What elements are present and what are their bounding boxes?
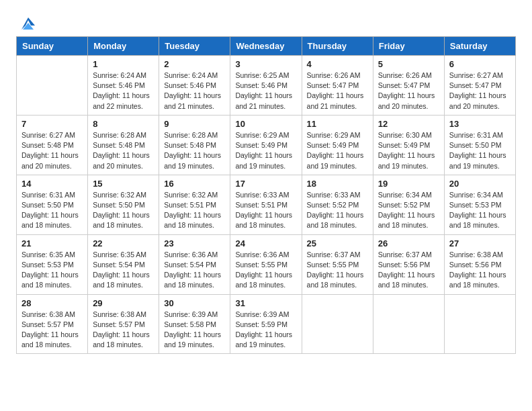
cell-sunset: Sunset: 5:46 PM <box>93 81 145 89</box>
cell-sunrise: Sunrise: 6:35 AM <box>93 250 146 259</box>
cell-info: Sunrise: 6:33 AM Sunset: 5:52 PM Dayligh… <box>307 190 368 231</box>
cell-sunrise: Sunrise: 6:39 AM <box>164 310 218 318</box>
cell-date: 12 <box>378 119 439 129</box>
cell-date: 8 <box>93 119 154 129</box>
cell-sunset: Sunset: 5:48 PM <box>164 141 216 149</box>
cell-info: Sunrise: 6:27 AM Sunset: 5:47 PM Dayligh… <box>449 71 511 111</box>
cell-info: Sunrise: 6:29 AM Sunset: 5:49 PM Dayligh… <box>307 130 368 171</box>
cell-date: 10 <box>235 119 296 129</box>
cell-date: 22 <box>93 238 154 248</box>
calendar-cell: 28 Sunrise: 6:38 AM Sunset: 5:57 PM Dayl… <box>17 294 88 354</box>
cell-daylight: Daylight: 11 hours and 21 minutes. <box>307 91 364 109</box>
cell-sunset: Sunset: 5:50 PM <box>93 201 145 209</box>
cell-sunrise: Sunrise: 6:30 AM <box>378 131 432 139</box>
cell-daylight: Daylight: 11 hours and 22 minutes. <box>93 91 150 109</box>
cell-sunrise: Sunrise: 6:36 AM <box>164 250 218 259</box>
cell-info: Sunrise: 6:31 AM Sunset: 5:50 PM Dayligh… <box>449 130 511 171</box>
calendar-cell: 29 Sunrise: 6:38 AM Sunset: 5:57 PM Dayl… <box>88 294 159 354</box>
calendar-cell: 20 Sunrise: 6:34 AM Sunset: 5:53 PM Dayl… <box>444 175 515 234</box>
calendar-cell: 18 Sunrise: 6:33 AM Sunset: 5:52 PM Dayl… <box>302 175 373 234</box>
calendar-table: SundayMondayTuesdayWednesdayThursdayFrid… <box>16 36 516 354</box>
cell-daylight: Daylight: 11 hours and 20 minutes. <box>449 91 506 109</box>
cell-info: Sunrise: 6:38 AM Sunset: 5:57 PM Dayligh… <box>21 310 83 351</box>
cell-info: Sunrise: 6:28 AM Sunset: 5:48 PM Dayligh… <box>93 130 154 171</box>
cell-daylight: Daylight: 11 hours and 18 minutes. <box>93 271 150 289</box>
calendar-header-row: SundayMondayTuesdayWednesdayThursdayFrid… <box>17 37 516 56</box>
cell-sunset: Sunset: 5:58 PM <box>164 320 216 328</box>
cell-sunset: Sunset: 5:47 PM <box>307 81 359 89</box>
cell-daylight: Daylight: 11 hours and 18 minutes. <box>164 271 221 289</box>
cell-sunset: Sunset: 5:56 PM <box>378 261 431 269</box>
cell-sunset: Sunset: 5:47 PM <box>378 81 431 89</box>
cell-daylight: Daylight: 11 hours and 21 minutes. <box>235 91 292 109</box>
cell-info: Sunrise: 6:39 AM Sunset: 5:58 PM Dayligh… <box>164 310 225 351</box>
cell-date: 11 <box>307 119 368 129</box>
calendar-cell: 12 Sunrise: 6:30 AM Sunset: 5:49 PM Dayl… <box>373 115 444 175</box>
calendar-week-5: 28 Sunrise: 6:38 AM Sunset: 5:57 PM Dayl… <box>17 294 516 354</box>
cell-info: Sunrise: 6:37 AM Sunset: 5:55 PM Dayligh… <box>307 250 368 291</box>
cell-daylight: Daylight: 11 hours and 18 minutes. <box>235 211 292 229</box>
cell-sunset: Sunset: 5:51 PM <box>235 201 287 209</box>
day-header-monday: Monday <box>88 37 159 56</box>
cell-sunrise: Sunrise: 6:32 AM <box>164 191 218 199</box>
cell-sunset: Sunset: 5:53 PM <box>449 201 502 209</box>
cell-info: Sunrise: 6:26 AM Sunset: 5:47 PM Dayligh… <box>378 71 439 111</box>
calendar-cell: 9 Sunrise: 6:28 AM Sunset: 5:48 PM Dayli… <box>159 115 230 175</box>
cell-daylight: Daylight: 11 hours and 19 minutes. <box>235 330 292 349</box>
day-header-wednesday: Wednesday <box>230 37 302 56</box>
cell-sunset: Sunset: 5:48 PM <box>93 141 145 149</box>
cell-info: Sunrise: 6:25 AM Sunset: 5:46 PM Dayligh… <box>235 71 296 111</box>
calendar-cell <box>444 294 515 354</box>
cell-daylight: Daylight: 11 hours and 19 minutes. <box>164 330 221 349</box>
cell-info: Sunrise: 6:37 AM Sunset: 5:56 PM Dayligh… <box>378 250 439 291</box>
cell-daylight: Daylight: 11 hours and 18 minutes. <box>93 211 150 229</box>
cell-info: Sunrise: 6:35 AM Sunset: 5:54 PM Dayligh… <box>93 250 154 291</box>
cell-sunset: Sunset: 5:57 PM <box>93 320 145 328</box>
calendar-cell: 24 Sunrise: 6:36 AM Sunset: 5:55 PM Dayl… <box>230 234 302 294</box>
cell-sunset: Sunset: 5:55 PM <box>235 261 287 269</box>
cell-sunrise: Sunrise: 6:31 AM <box>21 191 75 199</box>
cell-date: 24 <box>235 238 296 248</box>
cell-sunset: Sunset: 5:57 PM <box>21 320 74 328</box>
cell-sunrise: Sunrise: 6:24 AM <box>164 71 218 79</box>
cell-sunrise: Sunrise: 6:33 AM <box>307 191 361 199</box>
cell-daylight: Daylight: 11 hours and 18 minutes. <box>449 271 506 289</box>
cell-sunrise: Sunrise: 6:34 AM <box>449 191 503 199</box>
cell-daylight: Daylight: 11 hours and 18 minutes. <box>93 330 150 349</box>
cell-info: Sunrise: 6:24 AM Sunset: 5:46 PM Dayligh… <box>164 71 225 111</box>
logo <box>16 13 38 32</box>
cell-info: Sunrise: 6:29 AM Sunset: 5:49 PM Dayligh… <box>235 130 296 171</box>
calendar-cell: 13 Sunrise: 6:31 AM Sunset: 5:50 PM Dayl… <box>444 115 515 175</box>
cell-sunset: Sunset: 5:46 PM <box>164 81 216 89</box>
cell-date: 23 <box>164 238 225 248</box>
cell-date: 17 <box>235 179 296 189</box>
calendar-cell: 16 Sunrise: 6:32 AM Sunset: 5:51 PM Dayl… <box>159 175 230 234</box>
cell-date: 25 <box>307 238 368 248</box>
cell-daylight: Daylight: 11 hours and 18 minutes. <box>449 211 506 229</box>
calendar-week-1: 1 Sunrise: 6:24 AM Sunset: 5:46 PM Dayli… <box>17 56 516 116</box>
day-header-friday: Friday <box>373 37 444 56</box>
cell-sunset: Sunset: 5:48 PM <box>21 141 74 149</box>
cell-date: 27 <box>449 238 511 248</box>
calendar-cell: 30 Sunrise: 6:39 AM Sunset: 5:58 PM Dayl… <box>159 294 230 354</box>
cell-daylight: Daylight: 11 hours and 20 minutes. <box>378 91 435 109</box>
cell-sunrise: Sunrise: 6:26 AM <box>307 71 361 79</box>
cell-sunrise: Sunrise: 6:28 AM <box>93 131 146 139</box>
cell-sunrise: Sunrise: 6:29 AM <box>235 131 289 139</box>
cell-info: Sunrise: 6:30 AM Sunset: 5:49 PM Dayligh… <box>378 130 439 171</box>
cell-info: Sunrise: 6:38 AM Sunset: 5:56 PM Dayligh… <box>449 250 511 291</box>
calendar-cell: 2 Sunrise: 6:24 AM Sunset: 5:46 PM Dayli… <box>159 56 230 116</box>
cell-daylight: Daylight: 11 hours and 18 minutes. <box>21 330 79 349</box>
cell-date: 28 <box>21 298 83 308</box>
cell-date: 20 <box>449 179 511 189</box>
cell-sunset: Sunset: 5:50 PM <box>449 141 502 149</box>
cell-sunset: Sunset: 5:51 PM <box>164 201 216 209</box>
cell-daylight: Daylight: 11 hours and 19 minutes. <box>164 151 221 169</box>
cell-daylight: Daylight: 11 hours and 19 minutes. <box>307 151 364 169</box>
day-header-saturday: Saturday <box>444 37 515 56</box>
cell-date: 1 <box>93 59 154 69</box>
cell-sunrise: Sunrise: 6:38 AM <box>449 250 503 259</box>
cell-sunset: Sunset: 5:47 PM <box>449 81 502 89</box>
calendar-cell: 4 Sunrise: 6:26 AM Sunset: 5:47 PM Dayli… <box>302 56 373 116</box>
cell-info: Sunrise: 6:28 AM Sunset: 5:48 PM Dayligh… <box>164 130 225 171</box>
